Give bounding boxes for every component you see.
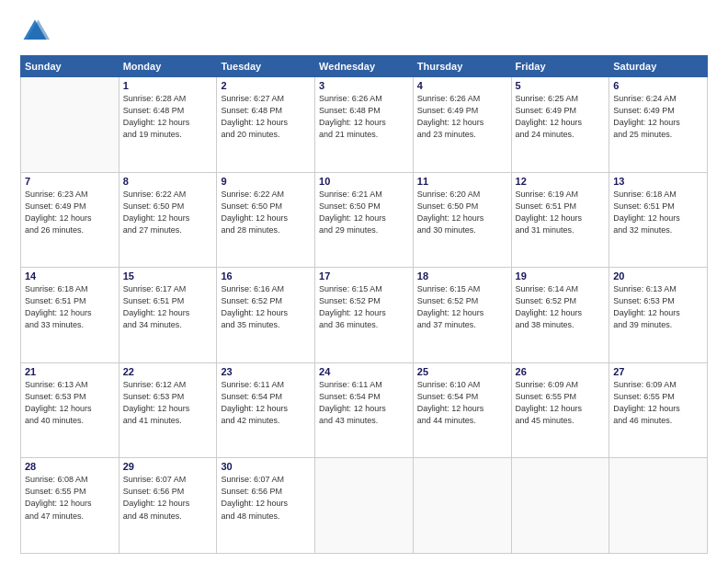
day-number: 25 — [417, 366, 507, 377]
calendar-cell: 8Sunrise: 6:22 AM Sunset: 6:50 PM Daylig… — [119, 172, 217, 268]
calendar-cell: 24Sunrise: 6:11 AM Sunset: 6:54 PM Dayli… — [315, 362, 414, 458]
calendar-cell — [413, 458, 511, 554]
calendar-cell: 19Sunrise: 6:14 AM Sunset: 6:52 PM Dayli… — [511, 268, 609, 363]
day-number: 1 — [123, 80, 213, 91]
day-info: Sunrise: 6:15 AM Sunset: 6:52 PM Dayligh… — [417, 283, 507, 331]
day-info: Sunrise: 6:11 AM Sunset: 6:54 PM Dayligh… — [319, 379, 409, 427]
weekday-header-thursday: Thursday — [413, 56, 511, 77]
calendar-cell: 6Sunrise: 6:24 AM Sunset: 6:49 PM Daylig… — [609, 77, 708, 173]
calendar-cell: 15Sunrise: 6:17 AM Sunset: 6:51 PM Dayli… — [119, 268, 217, 363]
calendar-cell: 26Sunrise: 6:09 AM Sunset: 6:55 PM Dayli… — [511, 362, 609, 458]
day-info: Sunrise: 6:18 AM Sunset: 6:51 PM Dayligh… — [613, 189, 703, 236]
day-number: 27 — [613, 366, 703, 377]
day-number: 29 — [123, 461, 213, 472]
day-number: 6 — [613, 80, 703, 91]
calendar-cell: 10Sunrise: 6:21 AM Sunset: 6:50 PM Dayli… — [315, 172, 414, 268]
day-info: Sunrise: 6:25 AM Sunset: 6:49 PM Dayligh… — [516, 93, 606, 141]
calendar-cell — [511, 458, 609, 554]
calendar-cell: 16Sunrise: 6:16 AM Sunset: 6:52 PM Dayli… — [217, 268, 315, 363]
calendar-body: 1Sunrise: 6:28 AM Sunset: 6:48 PM Daylig… — [21, 77, 708, 554]
day-number: 18 — [417, 270, 507, 282]
calendar-week-0: 1Sunrise: 6:28 AM Sunset: 6:48 PM Daylig… — [21, 77, 708, 173]
day-info: Sunrise: 6:19 AM Sunset: 6:51 PM Dayligh… — [516, 189, 606, 236]
day-info: Sunrise: 6:07 AM Sunset: 6:56 PM Dayligh… — [123, 474, 213, 522]
calendar-cell: 21Sunrise: 6:13 AM Sunset: 6:53 PM Dayli… — [21, 362, 119, 458]
day-number: 23 — [221, 366, 311, 377]
calendar-cell: 11Sunrise: 6:20 AM Sunset: 6:50 PM Dayli… — [413, 172, 511, 268]
calendar-week-3: 21Sunrise: 6:13 AM Sunset: 6:53 PM Dayli… — [21, 362, 708, 458]
day-number: 22 — [123, 366, 213, 377]
weekday-header-sunday: Sunday — [21, 56, 119, 77]
calendar-cell: 14Sunrise: 6:18 AM Sunset: 6:51 PM Dayli… — [21, 268, 119, 363]
calendar-cell: 12Sunrise: 6:19 AM Sunset: 6:51 PM Dayli… — [511, 172, 609, 268]
calendar-cell: 30Sunrise: 6:07 AM Sunset: 6:56 PM Dayli… — [217, 458, 315, 554]
calendar-cell: 2Sunrise: 6:27 AM Sunset: 6:48 PM Daylig… — [217, 77, 315, 173]
logo — [20, 17, 53, 46]
day-info: Sunrise: 6:14 AM Sunset: 6:52 PM Dayligh… — [516, 283, 606, 331]
day-number: 9 — [221, 176, 311, 187]
day-number: 2 — [221, 80, 311, 91]
day-number: 26 — [516, 366, 606, 377]
day-info: Sunrise: 6:08 AM Sunset: 6:55 PM Dayligh… — [25, 474, 115, 522]
day-info: Sunrise: 6:28 AM Sunset: 6:48 PM Dayligh… — [123, 93, 213, 141]
day-number: 20 — [613, 270, 703, 282]
day-info: Sunrise: 6:22 AM Sunset: 6:50 PM Dayligh… — [221, 189, 311, 236]
day-number: 21 — [25, 366, 115, 377]
calendar-cell: 4Sunrise: 6:26 AM Sunset: 6:49 PM Daylig… — [413, 77, 511, 173]
logo-icon — [20, 17, 50, 46]
day-info: Sunrise: 6:15 AM Sunset: 6:52 PM Dayligh… — [319, 283, 409, 331]
weekday-header-saturday: Saturday — [609, 56, 708, 77]
calendar-cell: 25Sunrise: 6:10 AM Sunset: 6:54 PM Dayli… — [413, 362, 511, 458]
day-number: 13 — [613, 176, 703, 187]
day-number: 4 — [417, 80, 507, 91]
day-info: Sunrise: 6:27 AM Sunset: 6:48 PM Dayligh… — [221, 93, 311, 141]
day-number: 11 — [417, 176, 507, 187]
calendar-cell: 17Sunrise: 6:15 AM Sunset: 6:52 PM Dayli… — [315, 268, 414, 363]
calendar-week-1: 7Sunrise: 6:23 AM Sunset: 6:49 PM Daylig… — [21, 172, 708, 268]
weekday-header-tuesday: Tuesday — [217, 56, 315, 77]
calendar-cell: 22Sunrise: 6:12 AM Sunset: 6:53 PM Dayli… — [119, 362, 217, 458]
calendar-cell: 5Sunrise: 6:25 AM Sunset: 6:49 PM Daylig… — [511, 77, 609, 173]
calendar-cell: 9Sunrise: 6:22 AM Sunset: 6:50 PM Daylig… — [217, 172, 315, 268]
day-number: 8 — [123, 176, 213, 187]
day-number: 14 — [25, 270, 115, 282]
day-info: Sunrise: 6:11 AM Sunset: 6:54 PM Dayligh… — [221, 379, 311, 427]
calendar-cell: 3Sunrise: 6:26 AM Sunset: 6:48 PM Daylig… — [315, 77, 414, 173]
page: SundayMondayTuesdayWednesdayThursdayFrid… — [0, 0, 728, 563]
day-info: Sunrise: 6:24 AM Sunset: 6:49 PM Dayligh… — [613, 93, 703, 141]
day-info: Sunrise: 6:22 AM Sunset: 6:50 PM Dayligh… — [123, 189, 213, 236]
calendar-cell: 18Sunrise: 6:15 AM Sunset: 6:52 PM Dayli… — [413, 268, 511, 363]
calendar-cell: 1Sunrise: 6:28 AM Sunset: 6:48 PM Daylig… — [119, 77, 217, 173]
day-number: 17 — [319, 270, 409, 282]
calendar-table: SundayMondayTuesdayWednesdayThursdayFrid… — [20, 55, 708, 554]
day-info: Sunrise: 6:26 AM Sunset: 6:48 PM Dayligh… — [319, 93, 409, 141]
day-number: 7 — [25, 176, 115, 187]
day-info: Sunrise: 6:26 AM Sunset: 6:49 PM Dayligh… — [417, 93, 507, 141]
day-info: Sunrise: 6:13 AM Sunset: 6:53 PM Dayligh… — [613, 283, 703, 331]
day-number: 12 — [516, 176, 606, 187]
day-info: Sunrise: 6:21 AM Sunset: 6:50 PM Dayligh… — [319, 189, 409, 236]
day-number: 16 — [221, 270, 311, 282]
calendar-cell: 7Sunrise: 6:23 AM Sunset: 6:49 PM Daylig… — [21, 172, 119, 268]
day-number: 28 — [25, 461, 115, 472]
day-number: 19 — [516, 270, 606, 282]
weekday-row: SundayMondayTuesdayWednesdayThursdayFrid… — [21, 56, 708, 77]
calendar-cell — [315, 458, 414, 554]
day-number: 30 — [221, 461, 311, 472]
calendar-cell: 28Sunrise: 6:08 AM Sunset: 6:55 PM Dayli… — [21, 458, 119, 554]
day-info: Sunrise: 6:07 AM Sunset: 6:56 PM Dayligh… — [221, 474, 311, 522]
day-info: Sunrise: 6:09 AM Sunset: 6:55 PM Dayligh… — [613, 379, 703, 427]
day-number: 15 — [123, 270, 213, 282]
calendar-cell — [609, 458, 708, 554]
day-info: Sunrise: 6:10 AM Sunset: 6:54 PM Dayligh… — [417, 379, 507, 427]
day-info: Sunrise: 6:12 AM Sunset: 6:53 PM Dayligh… — [123, 379, 213, 427]
weekday-header-friday: Friday — [511, 56, 609, 77]
day-info: Sunrise: 6:17 AM Sunset: 6:51 PM Dayligh… — [123, 283, 213, 331]
calendar-cell — [21, 77, 119, 173]
day-number: 24 — [319, 366, 409, 377]
header — [20, 17, 708, 46]
calendar-cell: 13Sunrise: 6:18 AM Sunset: 6:51 PM Dayli… — [609, 172, 708, 268]
day-info: Sunrise: 6:13 AM Sunset: 6:53 PM Dayligh… — [25, 379, 115, 427]
day-info: Sunrise: 6:20 AM Sunset: 6:50 PM Dayligh… — [417, 189, 507, 236]
calendar-week-2: 14Sunrise: 6:18 AM Sunset: 6:51 PM Dayli… — [21, 268, 708, 363]
